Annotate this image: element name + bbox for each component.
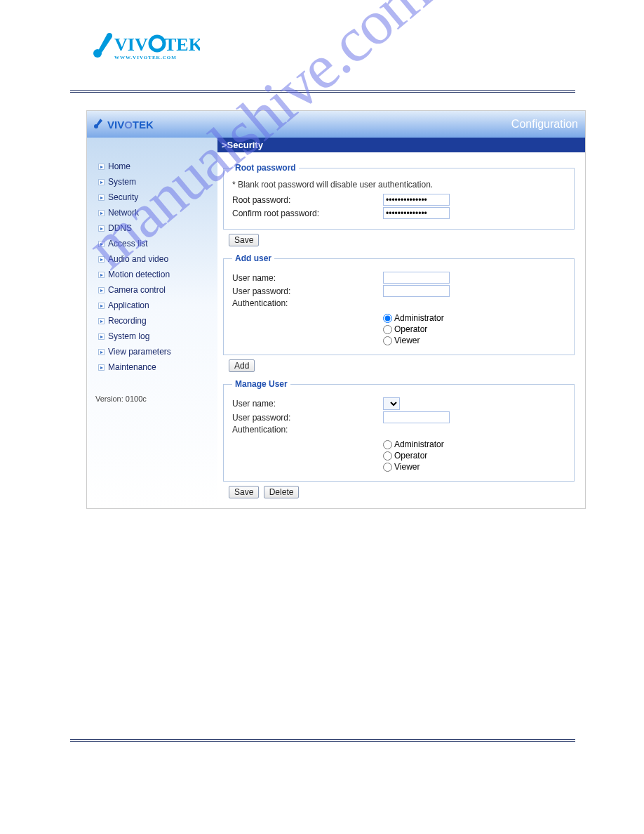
add-auth-operator-radio[interactable] (383, 325, 392, 334)
app-brand-logo: VIVOTEK (93, 117, 154, 132)
sidebar-item-ddns[interactable]: ▸DDNS (95, 220, 217, 236)
sidebar-item-home[interactable]: ▸Home (95, 159, 217, 174)
arrow-right-icon: ▸ (98, 364, 105, 371)
arrow-right-icon: ▸ (98, 164, 105, 170)
sidebar-item-label: Application (108, 300, 149, 310)
sidebar-item-label: Network (108, 208, 139, 218)
sidebar-item-label: System log (108, 331, 149, 341)
add-user-button[interactable]: Add (229, 359, 255, 372)
sidebar-item-recording[interactable]: ▸Recording (95, 313, 217, 329)
sidebar-item-label: Camera control (108, 285, 166, 295)
sidebar-item-label: DDNS (108, 223, 132, 233)
brand-url-line: WWW.VIVOTEK.COM (114, 55, 177, 60)
manage-user-group: Manage User User name: User password: Au… (223, 379, 575, 482)
divider-bottom (70, 739, 575, 742)
root-password-legend: Root password (232, 163, 299, 173)
sidebar-item-label: Maintenance (108, 362, 156, 372)
svg-text:VIV: VIV (114, 34, 148, 55)
sidebar-item-access-list[interactable]: ▸Access list (95, 236, 217, 251)
add-auth-admin-radio[interactable] (383, 314, 392, 323)
sidebar-item-application[interactable]: ▸Application (95, 298, 217, 313)
manage-auth-viewer-radio[interactable] (383, 463, 392, 472)
arrow-right-icon: ▸ (98, 333, 105, 340)
config-app-window: VIVOTEK Configuration ▸Home ▸System ▸Sec… (86, 110, 586, 509)
manage-user-legend: Manage User (232, 379, 290, 389)
root-password-note: * Blank root password will disable user … (232, 180, 565, 190)
arrow-right-icon: ▸ (98, 349, 105, 355)
confirm-root-password-input[interactable] (383, 207, 450, 219)
divider-top (70, 90, 575, 93)
arrow-right-icon: ▸ (98, 287, 105, 293)
sidebar-item-system-log[interactable]: ▸System log (95, 329, 217, 344)
svg-point-1 (107, 33, 112, 39)
sidebar-item-security[interactable]: ▸Security (95, 190, 217, 205)
arrow-right-icon: ▸ (98, 241, 105, 247)
version-text: Version: 0100c (95, 395, 217, 403)
sidebar-item-view-parameters[interactable]: ▸View parameters (95, 344, 217, 359)
sidebar-item-label: Access list (108, 239, 148, 249)
svg-point-3 (150, 37, 164, 51)
add-auth-viewer-label: Viewer (394, 336, 420, 345)
arrow-right-icon: ▸ (98, 318, 105, 324)
sidebar-item-camera-control[interactable]: ▸Camera control (95, 282, 217, 298)
svg-text:TEK: TEK (164, 34, 200, 55)
add-password-input[interactable] (383, 285, 450, 297)
root-password-label: Root password: (232, 195, 383, 205)
add-user-legend: Add user (232, 253, 274, 263)
arrow-right-icon: ▸ (98, 225, 105, 232)
arrow-right-icon: ▸ (98, 256, 105, 263)
manage-auth-operator-radio[interactable] (383, 451, 392, 461)
sidebar-item-network[interactable]: ▸Network (95, 205, 217, 220)
add-password-label: User password: (232, 286, 383, 296)
root-password-input[interactable] (383, 194, 450, 206)
arrow-right-icon: ▸ (98, 272, 105, 278)
manage-password-input[interactable] (383, 411, 450, 423)
root-password-group: Root password * Blank root password will… (223, 163, 575, 230)
add-auth-admin-label: Administrator (394, 313, 444, 323)
arrow-right-icon: ▸ (98, 194, 105, 201)
app-header: VIVOTEK Configuration (87, 111, 585, 138)
add-auth-operator-label: Operator (394, 324, 427, 334)
add-user-group: Add user User name: User password: Authe… (223, 253, 575, 355)
camera-icon (93, 117, 105, 132)
manage-auth-admin-radio[interactable] (383, 440, 392, 449)
sidebar-item-maintenance[interactable]: ▸Maintenance (95, 359, 217, 375)
sidebar-item-motion-detection[interactable]: ▸Motion detection (95, 267, 217, 282)
manage-auth-viewer-label: Viewer (394, 462, 420, 472)
add-username-input[interactable] (383, 272, 450, 284)
section-title-bar: >Security (217, 138, 585, 152)
sidebar-item-system[interactable]: ▸System (95, 174, 217, 190)
add-auth-viewer-radio[interactable] (383, 336, 392, 345)
add-auth-label: Authentication: (232, 298, 383, 308)
manage-username-label: User name: (232, 399, 383, 409)
confirm-root-password-label: Confirm root password: (232, 208, 383, 218)
save-root-password-button[interactable]: Save (229, 234, 259, 246)
delete-user-button[interactable]: Delete (264, 486, 300, 498)
app-brand-text: VIVOTEK (107, 119, 154, 131)
sidebar-item-label: Audio and video (108, 254, 168, 264)
sidebar-item-label: System (108, 177, 136, 187)
sidebar-item-label: Security (108, 192, 138, 202)
manage-auth-label: Authentication: (232, 425, 383, 435)
sidebar-item-label: Recording (108, 316, 147, 326)
manage-auth-operator-label: Operator (394, 451, 427, 461)
sidebar-item-label: View parameters (108, 347, 171, 357)
sidebar-nav: ▸Home ▸System ▸Security ▸Network ▸DDNS ▸… (87, 138, 217, 508)
arrow-right-icon: ▸ (98, 179, 105, 185)
manage-password-label: User password: (232, 413, 383, 423)
manage-auth-admin-label: Administrator (394, 439, 444, 449)
main-panel: >Security Root password * Blank root pas… (217, 138, 585, 508)
arrow-right-icon: ▸ (98, 210, 105, 216)
config-title: Configuration (511, 118, 578, 131)
add-username-label: User name: (232, 273, 383, 283)
manage-username-select[interactable] (383, 397, 400, 410)
save-user-button[interactable]: Save (229, 486, 259, 498)
sidebar-item-label: Motion detection (108, 270, 170, 279)
sidebar-item-label: Home (108, 161, 130, 171)
arrow-right-icon: ▸ (98, 303, 105, 309)
sidebar-item-audio-video[interactable]: ▸Audio and video (95, 251, 217, 267)
page-brand-logo: VIV TEK WWW.VIVOTEK.COM (88, 21, 200, 63)
